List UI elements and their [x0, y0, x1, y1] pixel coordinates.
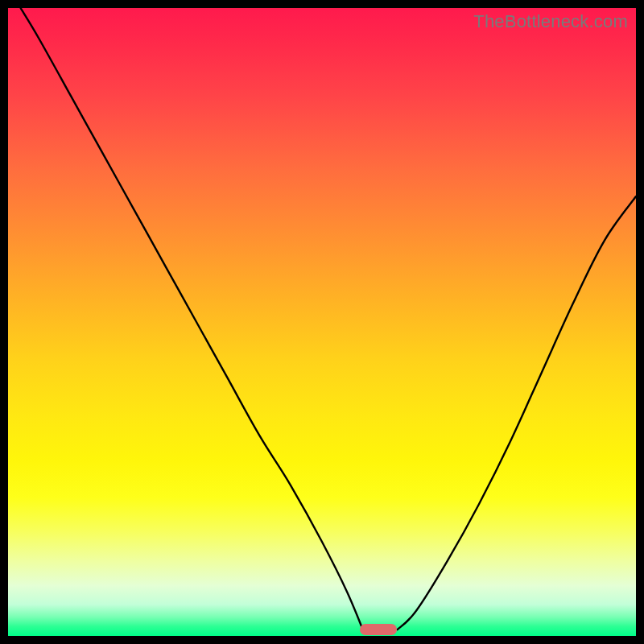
curve-right-path [398, 196, 636, 630]
curve-left-path [21, 8, 363, 630]
plot-area [8, 8, 636, 636]
optimal-marker [360, 624, 397, 635]
chart-frame: TheBottleneck.com [8, 8, 636, 636]
watermark-text: TheBottleneck.com [473, 11, 628, 32]
bottleneck-curve [8, 8, 636, 636]
